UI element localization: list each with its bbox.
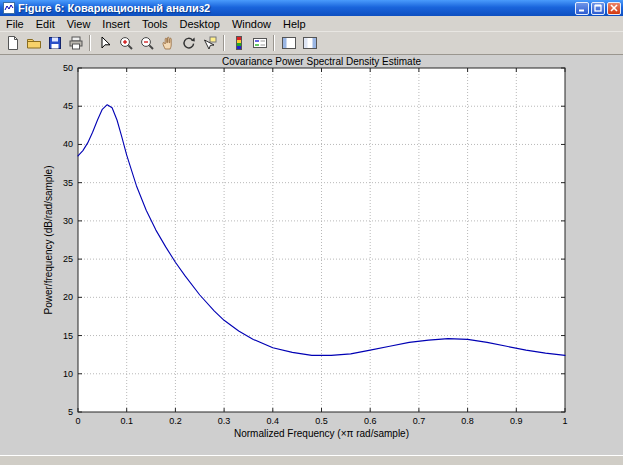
minimize-button[interactable] <box>575 2 589 15</box>
figure-icon <box>3 2 15 14</box>
svg-text:20: 20 <box>63 292 73 302</box>
colorbar-icon <box>231 35 247 51</box>
taskbar-strip <box>0 455 623 465</box>
svg-text:0.2: 0.2 <box>169 416 182 426</box>
rotate-arrow-icon <box>181 35 197 51</box>
print-figure-button[interactable] <box>65 33 86 53</box>
toolbar-separator <box>223 35 225 51</box>
maximize-button[interactable] <box>591 2 605 15</box>
svg-text:0.4: 0.4 <box>267 416 280 426</box>
new-document-icon <box>5 35 21 51</box>
svg-text:0.5: 0.5 <box>315 416 328 426</box>
svg-text:25: 25 <box>63 254 73 264</box>
open-folder-icon <box>26 35 42 51</box>
data-cursor-button[interactable] <box>199 33 220 53</box>
svg-text:0.8: 0.8 <box>461 416 474 426</box>
zoom-in-icon <box>118 35 134 51</box>
menu-insert[interactable]: Insert <box>96 16 136 32</box>
selection-arrow-icon <box>97 35 113 51</box>
new-figure-button[interactable] <box>2 33 23 53</box>
hide-plot-tools-icon <box>281 35 297 51</box>
data-cursor-icon <box>202 35 218 51</box>
toolbar-separator <box>89 35 91 51</box>
y-axis-label: Power/frequency (dB/rad/sample) <box>43 166 54 315</box>
svg-text:0.3: 0.3 <box>218 416 231 426</box>
pan-hand-icon <box>160 35 176 51</box>
close-button[interactable] <box>607 2 621 15</box>
menu-file[interactable]: File <box>0 16 30 32</box>
matlab-figure-window: Figure 6: Ковариационный анализ2 File Ed… <box>0 0 623 465</box>
svg-text:30: 30 <box>63 216 73 226</box>
menu-tools[interactable]: Tools <box>136 16 174 32</box>
svg-text:1: 1 <box>562 416 567 426</box>
svg-text:5: 5 <box>68 407 73 417</box>
figure-toolbar <box>0 32 623 55</box>
open-file-button[interactable] <box>23 33 44 53</box>
printer-icon <box>68 35 84 51</box>
zoom-out-icon <box>139 35 155 51</box>
legend-icon <box>252 35 268 51</box>
svg-text:0.6: 0.6 <box>364 416 377 426</box>
titlebar[interactable]: Figure 6: Ковариационный анализ2 <box>0 0 623 16</box>
menu-desktop[interactable]: Desktop <box>174 16 226 32</box>
window-controls <box>575 2 621 15</box>
figure-canvas: 00.10.20.30.40.50.60.70.80.9151015202530… <box>0 55 623 455</box>
window-title: Figure 6: Ковариационный анализ2 <box>18 0 575 16</box>
zoom-in-button[interactable] <box>115 33 136 53</box>
svg-text:0.1: 0.1 <box>120 416 133 426</box>
rotate-3d-button[interactable] <box>178 33 199 53</box>
menu-window[interactable]: Window <box>226 16 277 32</box>
save-floppy-icon <box>47 35 63 51</box>
svg-text:15: 15 <box>63 331 73 341</box>
svg-text:0: 0 <box>75 416 80 426</box>
svg-text:35: 35 <box>63 178 73 188</box>
pan-button[interactable] <box>157 33 178 53</box>
menu-help[interactable]: Help <box>277 16 312 32</box>
toolbar-separator <box>273 35 275 51</box>
svg-text:50: 50 <box>63 63 73 73</box>
insert-colorbar-button[interactable] <box>228 33 249 53</box>
svg-text:45: 45 <box>63 101 73 111</box>
svg-text:0.9: 0.9 <box>510 416 523 426</box>
save-figure-button[interactable] <box>44 33 65 53</box>
psd-plot[interactable]: 00.10.20.30.40.50.60.70.80.9151015202530… <box>0 55 623 455</box>
show-plot-tools-icon <box>302 35 318 51</box>
menubar: File Edit View Insert Tools Desktop Wind… <box>0 16 623 32</box>
show-plot-tools-button[interactable] <box>299 33 320 53</box>
svg-text:40: 40 <box>63 139 73 149</box>
hide-plot-tools-button[interactable] <box>278 33 299 53</box>
menu-edit[interactable]: Edit <box>30 16 61 32</box>
menu-view[interactable]: View <box>61 16 97 32</box>
x-axis-label: Normalized Frequency (×π rad/sample) <box>78 428 565 439</box>
svg-text:0.7: 0.7 <box>413 416 426 426</box>
zoom-out-button[interactable] <box>136 33 157 53</box>
edit-plot-button[interactable] <box>94 33 115 53</box>
svg-text:10: 10 <box>63 369 73 379</box>
chart-title: Covariance Power Spectral Density Estima… <box>78 56 565 67</box>
insert-legend-button[interactable] <box>249 33 270 53</box>
